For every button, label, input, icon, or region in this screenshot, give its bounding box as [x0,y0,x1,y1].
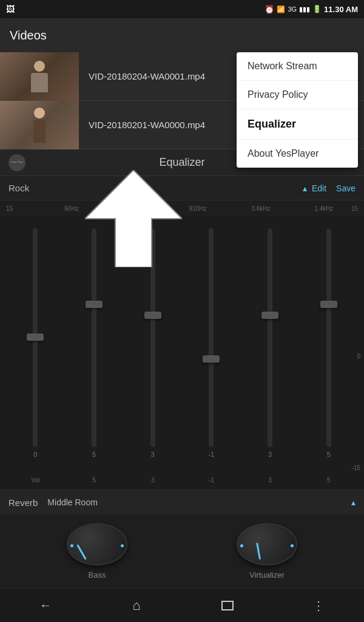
slider-track-neg1[interactable] [209,228,214,447]
bass-knob-indicator [76,544,87,560]
slider-handle-neg1[interactable] [203,355,220,363]
bass-knob[interactable] [67,523,127,566]
knob-dot-left [70,544,73,547]
eq-title: Equalizer [159,156,204,169]
slider-handle-3[interactable] [144,312,161,319]
bass-label: Bass [89,570,106,579]
app-title: Videos [10,29,47,43]
recents-button[interactable] [209,593,246,618]
dropdown-item-about[interactable]: About YesPlayer [237,140,358,168]
slider-handle-vol[interactable] [27,333,44,341]
virtualizer-knob-container: Virtualizer [237,523,297,579]
slider-3b: 3 3 [241,222,300,490]
more-button[interactable]: ⋮ [300,593,337,618]
status-bar: 🖼 ⏰ 📶 3G ▮▮▮ 🔋 11.30 AM [0,0,364,18]
slider-track-vol[interactable] [33,228,38,447]
slider-label-vol: Vol [31,477,39,484]
eq-freq-1: 60Hz [40,205,103,212]
virtualizer-label: Virtualizer [249,570,285,579]
bass-knob-container: Bass [67,523,127,579]
status-bar-right: ⏰ 📶 3G ▮▮▮ 🔋 11.30 AM [265,5,358,14]
status-bar-left: 🖼 [6,4,15,14]
equalizer-section: 〜〜 Equalizer OFF Rock ▴ Edit Save 15 60H… [0,149,364,490]
back-button[interactable]: ← [27,593,64,618]
eq-waves-icon: 〜〜 [8,154,25,171]
virtualizer-knob[interactable] [237,523,297,566]
eq-freq-2: 230Hz [103,205,166,212]
eq-save-button[interactable]: Save [336,183,356,193]
home-icon: ⌂ [132,598,140,613]
battery-icon: 🔋 [312,5,322,13]
reverb-type: Middle Room [47,497,351,507]
slider-track-5a[interactable] [92,228,96,447]
reverb-expand-icon[interactable]: ▴ [351,497,356,507]
eq-db-zero: 0 [357,353,360,360]
dropdown-item-network-stream[interactable]: Network Stream [237,52,358,81]
eq-sliders-area: 0 Vol 5 5 3 3 -1 -1 [0,216,364,490]
eq-freq-3: 910Hz [166,205,229,212]
slider-5b: 5 5 [299,222,358,490]
slider-value-5a: 5 [92,451,96,458]
slider-label-3: 3 [151,477,155,484]
slider-value-5b: 5 [327,451,331,458]
wifi-icon: 📶 [277,5,285,13]
slider-value-3: 3 [151,451,155,458]
slider-5a: 5 5 [65,222,124,490]
slider-label-5a: 5 [92,477,96,484]
reverb-label: Reverb [8,497,38,508]
app-header: Videos [0,18,364,52]
alarm-icon: ⏰ [265,5,274,14]
dropdown-item-equalizer[interactable]: Equalizer [237,109,358,140]
knob-dot-right [121,544,124,547]
back-icon: ← [39,598,52,612]
eq-edit-button[interactable]: Edit [312,183,326,193]
home-button[interactable]: ⌂ [118,593,155,618]
reverb-knobs: Bass Virtualizer ? [0,514,364,587]
signal-bars: ▮▮▮ [299,5,310,13]
slider-label-neg1: -1 [209,477,214,484]
slider-track-3b[interactable] [268,228,272,447]
eq-preset-arrow: ▴ [303,183,307,193]
eq-freq-5: 1.4kHz [292,205,356,212]
more-icon: ⋮ [312,598,325,613]
video-thumbnail-2 [0,101,79,149]
eq-preset-row: Rock ▴ Edit Save [0,176,364,200]
reverb-header: Reverb Middle Room ▴ [0,490,364,514]
slider-label-5b: 5 [327,477,331,484]
slider-handle-5b[interactable] [320,301,337,308]
slider-track-3[interactable] [150,228,155,447]
eq-db-high: 15 [6,205,13,212]
eq-db-low: -15 [352,465,360,471]
network-label: 3G [288,5,297,13]
notification-icon: 🖼 [6,4,15,14]
slider-value-neg1: -1 [208,451,214,458]
recents-icon [221,601,234,610]
slider-vol: 0 Vol [6,222,65,490]
time-display: 11.30 AM [324,5,358,14]
knob-dot-right2 [291,544,294,547]
eq-preset-name: Rock [8,183,303,193]
nav-bar: ← ⌂ ⋮ [0,588,364,622]
knob-dot-left2 [240,544,243,547]
slider-handle-5a[interactable] [86,301,103,308]
slider-track-5b[interactable] [326,228,331,447]
slider-3: 3 3 [123,222,182,490]
virtualizer-knob-indicator [256,542,261,559]
slider-value-vol: 0 [33,451,37,458]
eq-db-high-right: 15 [351,205,358,212]
video-thumbnail-1 [0,52,79,101]
dropdown-item-privacy-policy[interactable]: Privacy Policy [237,81,358,109]
slider-handle-3b[interactable] [261,312,278,319]
slider-neg1: -1 -1 [182,222,241,490]
eq-freq-4: 3.6kHz [229,205,292,212]
slider-value-3b: 3 [268,451,272,458]
eq-freq-labels: 15 60Hz 230Hz 910Hz 3.6kHz 1.4kHz 15 [0,200,364,216]
reverb-section: Reverb Middle Room ▴ Bass Virtualizer ? [0,490,364,587]
slider-label-3b: 3 [268,477,272,484]
dropdown-menu: Network Stream Privacy Policy Equalizer … [237,52,358,168]
